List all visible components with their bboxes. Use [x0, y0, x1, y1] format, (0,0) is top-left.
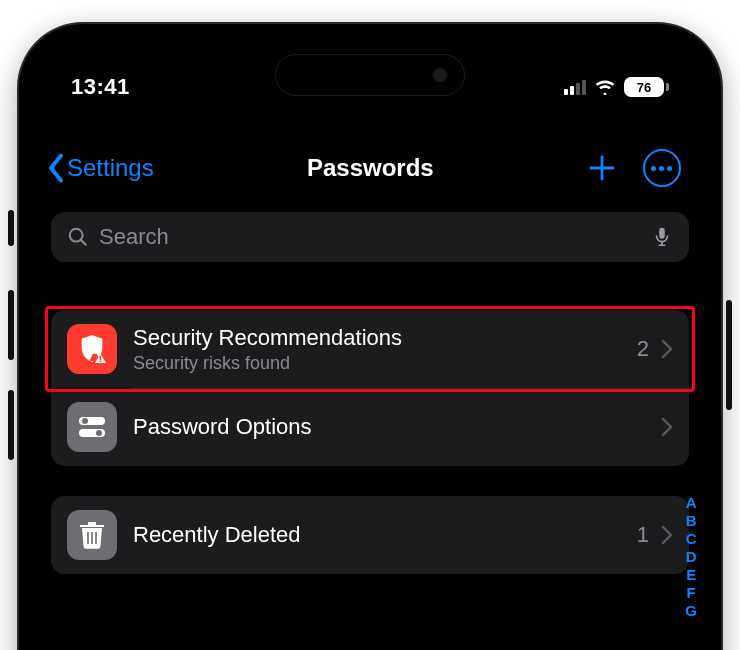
- volume-up-button: [8, 290, 14, 360]
- chevron-right-icon: [661, 525, 673, 545]
- index-letter[interactable]: A: [685, 494, 697, 512]
- back-label: Settings: [67, 154, 154, 182]
- phone-body: 13:41 76: [19, 24, 721, 650]
- volume-down-button: [8, 390, 14, 460]
- trash-icon: [67, 510, 117, 560]
- battery-percent: 76: [637, 80, 651, 95]
- row-title: Password Options: [133, 414, 645, 440]
- screen: 13:41 76: [29, 34, 711, 650]
- back-button[interactable]: Settings: [47, 153, 154, 183]
- index-letter[interactable]: E: [685, 566, 697, 584]
- battery-indicator: 76: [624, 77, 669, 97]
- list-group-deleted: Recently Deleted 1: [51, 496, 689, 574]
- row-count: 1: [637, 522, 649, 548]
- index-letter[interactable]: F: [685, 584, 697, 602]
- nav-bar: Settings Passwords: [29, 144, 711, 192]
- chevron-left-icon: [47, 153, 65, 183]
- list-group-main: Security Recommendations Security risks …: [51, 310, 689, 466]
- toggle-icon: [67, 402, 117, 452]
- index-letter[interactable]: D: [685, 548, 697, 566]
- row-tail: [661, 417, 673, 437]
- row-tail: 2: [637, 336, 673, 362]
- add-button[interactable]: [587, 153, 617, 183]
- row-body: Security Recommendations Security risks …: [133, 325, 621, 374]
- wifi-icon: [594, 79, 616, 95]
- index-letter[interactable]: G: [685, 602, 697, 620]
- section-index[interactable]: A B C D E F G: [685, 494, 697, 620]
- more-button[interactable]: [643, 149, 681, 187]
- dynamic-island: [275, 54, 465, 96]
- status-icons: 76: [564, 77, 669, 97]
- row-body: Recently Deleted: [133, 522, 621, 548]
- chevron-right-icon: [661, 339, 673, 359]
- row-subtitle: Security risks found: [133, 353, 621, 374]
- ellipsis-icon: [651, 166, 672, 171]
- row-recently-deleted[interactable]: Recently Deleted 1: [51, 496, 689, 574]
- search-input[interactable]: [99, 224, 641, 250]
- power-button: [726, 300, 732, 410]
- row-tail: 1: [637, 522, 673, 548]
- search-field[interactable]: [51, 212, 689, 262]
- row-count: 2: [637, 336, 649, 362]
- svg-point-6: [96, 430, 102, 436]
- row-password-options[interactable]: Password Options: [51, 388, 689, 466]
- row-title: Security Recommendations: [133, 325, 621, 351]
- chevron-right-icon: [661, 417, 673, 437]
- status-time: 13:41: [71, 74, 130, 100]
- page-title: Passwords: [307, 154, 434, 182]
- index-letter[interactable]: B: [685, 512, 697, 530]
- svg-point-4: [82, 418, 88, 424]
- row-title: Recently Deleted: [133, 522, 621, 548]
- svg-point-2: [100, 360, 102, 362]
- shield-alert-icon: [67, 324, 117, 374]
- row-security-recommendations[interactable]: Security Recommendations Security risks …: [51, 310, 689, 388]
- cellular-signal-icon: [564, 79, 586, 95]
- nav-actions: [587, 149, 681, 187]
- search-icon: [67, 226, 89, 248]
- microphone-icon[interactable]: [651, 226, 673, 248]
- index-letter[interactable]: C: [685, 530, 697, 548]
- svg-rect-1: [659, 228, 665, 239]
- row-body: Password Options: [133, 414, 645, 440]
- mute-switch: [8, 210, 14, 246]
- phone-mockup: 13:41 76: [0, 0, 740, 650]
